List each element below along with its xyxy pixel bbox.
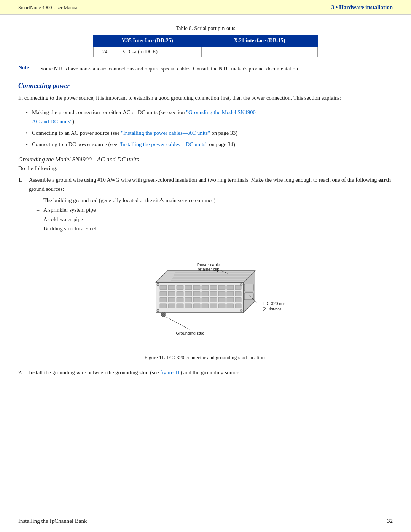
link-figure-11[interactable]: figure 11 (160, 369, 180, 375)
svg-rect-49 (244, 284, 253, 291)
svg-rect-44 (202, 304, 209, 308)
step-2-text-after: ) and the grounding source. (180, 369, 241, 375)
svg-rect-34 (202, 297, 209, 302)
link-ac-cables[interactable]: "Installing the power cables—AC units" (121, 130, 210, 136)
cell-x21-empty (201, 47, 317, 57)
svg-rect-12 (185, 285, 192, 290)
svg-rect-31 (177, 297, 183, 302)
header-section-title: 3 • Hardware installation (331, 4, 393, 11)
do-following-text: Do the following: (18, 165, 393, 172)
svg-line-59 (166, 317, 190, 330)
bullet-item-ground: Making the ground connection for either … (26, 108, 393, 126)
svg-point-56 (240, 309, 242, 312)
page-number: 32 (387, 518, 393, 524)
svg-rect-43 (193, 304, 200, 308)
table-title: Table 8. Serial port pin-outs (18, 26, 393, 32)
footer-link[interactable]: Installing the IpChannel Bank (18, 518, 87, 524)
svg-point-54 (240, 283, 242, 286)
svg-rect-22 (185, 291, 192, 296)
svg-rect-36 (218, 297, 225, 302)
svg-rect-46 (218, 304, 225, 308)
svg-rect-39 (160, 304, 167, 308)
svg-point-53 (157, 283, 159, 286)
page-footer: Installing the IpChannel Bank 32 (0, 514, 411, 524)
svg-rect-47 (227, 304, 234, 308)
step-1: 1. Assemble a ground wire using #10 AWG … (18, 176, 393, 233)
col-x21: X.21 interface (DB-15) (201, 35, 317, 47)
connecting-power-bullets: Making the ground connection for either … (26, 108, 393, 149)
svg-text:Power cable: Power cable (197, 262, 220, 267)
grounding-steps: 1. Assemble a ground wire using #10 AWG … (18, 176, 393, 233)
device-illustration: Power cable retainer clip IEC-320 connec… (126, 244, 285, 351)
svg-point-52 (162, 313, 165, 316)
svg-rect-29 (160, 297, 167, 302)
svg-rect-25 (210, 291, 217, 296)
svg-text:(2 places): (2 places) (263, 306, 281, 311)
svg-rect-33 (193, 297, 200, 302)
svg-marker-1 (156, 271, 255, 282)
ground-sources-list: The building ground rod (generally locat… (37, 196, 393, 233)
col-v35: V.35 Interface (DB-25) (93, 35, 201, 47)
table-row: 24 XTC-a (to DCE) (93, 47, 317, 57)
cell-pin-label: XTC-a (to DCE) (116, 47, 201, 57)
cell-pin-number: 24 (93, 47, 116, 57)
bullet-ac-text-after: on page 33) (210, 130, 237, 136)
dash-item-4: Building structural steel (37, 224, 393, 233)
svg-text:retainer clip: retainer clip (198, 267, 220, 272)
note-text: Some NTUs have non-standard connections … (40, 65, 298, 73)
note-box: Note Some NTUs have non-standard connect… (18, 65, 393, 73)
svg-rect-14 (202, 285, 209, 290)
step-2: 2. Install the grounding wire between th… (18, 368, 393, 377)
link-dc-cables[interactable]: "Installing the power cables—DC units" (119, 141, 208, 147)
svg-rect-37 (227, 297, 234, 302)
bullet-dc-text-before: Connecting to a DC power source (see (32, 141, 119, 147)
sub-heading-grounding: Grounding the Model SN4900—AC and DC uni… (18, 156, 393, 163)
bullet-dc-text-after: on page 34) (208, 141, 235, 147)
header-manual-title: SmartNode 4900 User Manual (18, 5, 79, 11)
serial-port-table: V.35 Interface (DB-25) X.21 interface (D… (93, 35, 318, 57)
step-2-text-before: Install the grounding wire between the g… (29, 369, 160, 375)
svg-text:Grounding stud: Grounding stud (176, 331, 204, 335)
svg-rect-41 (177, 304, 183, 308)
svg-rect-38 (235, 297, 241, 302)
step-1-num: 1. (18, 176, 22, 185)
svg-rect-30 (168, 297, 175, 302)
bullet-item-dc: Connecting to a DC power source (see "In… (26, 140, 393, 149)
header-bar: SmartNode 4900 User Manual 3 • Hardware … (0, 0, 411, 15)
svg-rect-21 (177, 291, 183, 296)
step-1-text-before: Assemble a ground wire using #10 AWG wir… (29, 177, 378, 183)
svg-rect-26 (218, 291, 225, 296)
dash-item-1: The building ground rod (generally locat… (37, 196, 393, 205)
header-section-prefix: 3 • (331, 4, 339, 10)
svg-rect-35 (210, 297, 217, 302)
figure-container: Power cable retainer clip IEC-320 connec… (18, 244, 393, 361)
svg-rect-10 (168, 285, 175, 290)
main-content: Table 8. Serial port pin-outs V.35 Inter… (0, 15, 411, 400)
svg-rect-17 (227, 285, 234, 290)
bullet-ac-text-before: Connecting to an AC power source (see (32, 130, 121, 136)
bullet-ground-text-before: Making the ground connection for either … (32, 109, 186, 115)
section-heading-connecting-power: Connecting power (18, 82, 393, 90)
device-svg: Power cable retainer clip IEC-320 connec… (126, 244, 285, 347)
dash-item-2: A sprinkler system pipe (37, 205, 393, 215)
svg-rect-18 (235, 285, 241, 290)
svg-rect-48 (235, 304, 241, 308)
svg-rect-32 (185, 297, 192, 302)
figure-caption: Figure 11. IEC-320 connector and groundi… (18, 355, 393, 361)
connecting-power-body: In connecting to the power source, it is… (18, 94, 393, 103)
svg-rect-40 (168, 304, 175, 308)
svg-rect-16 (218, 285, 225, 290)
step-1-bold: earth (378, 177, 391, 183)
note-label: Note (18, 65, 37, 73)
svg-rect-50 (244, 293, 253, 300)
bullet-ground-text-after: ) (72, 118, 74, 125)
svg-rect-11 (177, 285, 183, 290)
svg-rect-28 (235, 291, 241, 296)
svg-rect-13 (193, 285, 200, 290)
step-2-num: 2. (18, 368, 22, 377)
svg-text:IEC-320 connector: IEC-320 connector (263, 301, 285, 306)
svg-rect-27 (227, 291, 234, 296)
svg-rect-15 (210, 285, 217, 290)
svg-rect-42 (185, 304, 192, 308)
svg-rect-24 (202, 291, 209, 296)
